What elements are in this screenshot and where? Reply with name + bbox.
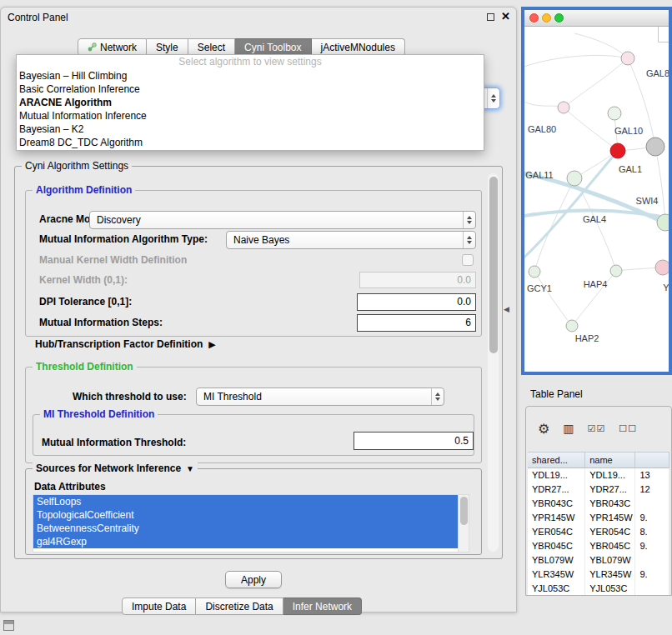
mi-algorithm-type-select[interactable]: Naive Bayes — [226, 231, 476, 249]
table-row[interactable]: YJL053CYJL053C — [528, 582, 669, 595]
table-cell: YBR043C — [528, 497, 585, 511]
hub-transcription-factor-section[interactable]: Hub/Transcription Factor Definition ▶ — [35, 338, 216, 350]
manual-kernel-width-label: Manual Kernel Width Definition — [39, 254, 187, 266]
table-row[interactable]: YER054CYER054C8. — [528, 525, 669, 539]
table-cell: YBR045C — [528, 539, 585, 553]
apply-button[interactable]: Apply — [225, 571, 282, 588]
network-node[interactable] — [646, 138, 664, 156]
table-cell: YBL079W — [585, 553, 635, 568]
panel-splitter-collapse-icon[interactable]: ◀ — [504, 305, 509, 313]
table-row[interactable]: YLR345WYLR345W9. — [528, 568, 669, 582]
network-node[interactable] — [608, 107, 621, 120]
table-toolbar: ⚙▥☑☑☐☐ — [526, 413, 671, 443]
network-node[interactable] — [655, 260, 669, 275]
mi-algorithm-type-value: Naive Bayes — [227, 234, 463, 246]
dpi-tolerance-field[interactable]: 0.0 — [357, 293, 476, 311]
table-cell: YER054C — [585, 525, 635, 539]
table-row[interactable]: YBL079WYBL079W — [528, 553, 669, 568]
data-attribute-betweennesscentrality[interactable]: BetweennessCentrality — [33, 522, 458, 535]
table-row[interactable]: YPR145WYPR145W9. — [528, 511, 669, 525]
tab-cyni-toolbox[interactable]: Cyni Toolbox — [235, 38, 311, 56]
manual-kernel-width-checkbox[interactable] — [462, 254, 474, 266]
table-cell: YLR345W — [528, 568, 585, 582]
node-label: HAP2 — [575, 333, 599, 343]
network-node[interactable] — [566, 320, 578, 332]
algorithm-option-bayesian-k2[interactable]: Bayesian – K2 — [17, 122, 484, 136]
column-header-name[interactable]: name — [585, 452, 635, 468]
column-selector-icon[interactable]: ▥ — [563, 422, 574, 435]
network-node[interactable] — [610, 143, 625, 158]
scrollbar-corner — [658, 27, 669, 42]
column-header-shared[interactable]: shared... — [528, 452, 585, 468]
table-body: YDL19...YDL19...13YDR27...YDR27...12YBR0… — [528, 468, 669, 595]
algorithm-placeholder-option[interactable]: Select algorithm to view settings — [17, 55, 484, 69]
kernel-width-field: 0.0 — [359, 272, 476, 288]
close-panel-icon[interactable]: ✕ — [501, 10, 510, 22]
mi-steps-label: Mutual Information Steps: — [39, 317, 163, 328]
collapse-right-icon[interactable]: ▶ — [208, 339, 215, 350]
algorithm-option-dream8-dc-tdc-algorithm[interactable]: Dream8 DC_TDC Algorithm — [17, 136, 484, 149]
network-edge[interactable] — [655, 147, 665, 222]
which-threshold-select[interactable]: MI Threshold — [196, 388, 444, 406]
select-all-rows-icon[interactable]: ☑☑ — [588, 423, 606, 434]
table-panel-title: Table Panel — [530, 388, 583, 400]
panel-title: Control Panel — [8, 12, 68, 23]
network-edge[interactable] — [574, 33, 628, 58]
table-cell: 12 — [635, 482, 669, 497]
algorithm-option-basic-correlation-inference[interactable]: Basic Correlation Inference — [17, 82, 484, 96]
mi-threshold-label: Mutual Information Threshold: — [42, 437, 186, 448]
data-attribute-gal4rgexp[interactable]: gal4RGexp — [33, 535, 458, 548]
table-row[interactable]: YDL19...YDL19...13 — [528, 468, 669, 482]
data-attributes-list[interactable]: SelfLoopsTopologicalCoefficientBetweenne… — [33, 494, 469, 552]
mi-threshold-field[interactable]: 0.5 — [354, 432, 474, 450]
aracne-mode-select[interactable]: Discovery — [89, 211, 476, 229]
minimize-traffic-light[interactable] — [542, 13, 551, 22]
tab-network[interactable]: Network — [78, 38, 147, 56]
tab-label: Select — [198, 42, 225, 53]
deselect-rows-icon[interactable]: ☐☐ — [619, 423, 637, 434]
network-edge[interactable] — [564, 58, 628, 108]
scrollbar-thumb[interactable] — [489, 177, 498, 353]
network-node[interactable] — [529, 266, 540, 278]
table-row[interactable]: YDR27...YDR27...12 — [528, 482, 669, 497]
network-edge[interactable] — [524, 55, 628, 68]
scrollbar-thumb[interactable] — [460, 497, 468, 525]
network-edge[interactable] — [524, 151, 618, 262]
close-traffic-light[interactable] — [529, 13, 539, 22]
table-panel-window: ⚙▥☑☑☐☐ shared...name YDL19...YDL19...13Y… — [525, 406, 672, 596]
float-panel-icon[interactable] — [487, 13, 494, 21]
data-attribute-selfloops[interactable]: SelfLoops — [33, 495, 458, 508]
network-node[interactable] — [621, 52, 634, 65]
tab-select[interactable]: Select — [188, 38, 235, 56]
table-row[interactable]: YBR043CYBR043C — [528, 497, 669, 511]
list-scrollbar[interactable] — [458, 495, 469, 552]
tab-impute-data[interactable]: Impute Data — [122, 598, 196, 615]
sources-group-title[interactable]: Sources for Network Inference ▼ — [33, 462, 198, 474]
settings-gear-icon[interactable]: ⚙ — [538, 421, 549, 437]
tab-infer-network[interactable]: Infer Network — [283, 598, 362, 615]
algorithm-option-aracne-algorithm[interactable]: ARACNE Algorithm — [17, 96, 484, 109]
network-node[interactable] — [567, 171, 582, 186]
tab-jactivemnodules[interactable]: jActiveMNodules — [312, 38, 405, 56]
tab-label: Cyni Toolbox — [244, 42, 301, 53]
algorithm-option-bayesian-hill-climbing[interactable]: Bayesian – Hill Climbing — [17, 69, 484, 82]
data-attribute-topologicalcoefficient[interactable]: TopologicalCoefficient — [33, 508, 458, 522]
node-label: Y — [663, 282, 669, 292]
mi-steps-field[interactable]: 6 — [357, 314, 476, 332]
network-edge[interactable] — [534, 272, 572, 326]
column-header-extra[interactable] — [635, 452, 669, 468]
network-window-titlebar[interactable] — [524, 10, 669, 27]
tab-style[interactable]: Style — [147, 38, 188, 56]
algorithm-option-mutual-information-inference[interactable]: Mutual Information Inference — [17, 109, 484, 122]
table-row[interactable]: YBR045CYBR045C9. — [528, 539, 669, 553]
network-graph: GAL8GAL80GAL10GAL11GAL1SWI4GAL4GCY1HAP4Y… — [524, 27, 669, 372]
network-node[interactable] — [558, 102, 569, 113]
network-canvas[interactable]: GAL8GAL80GAL10GAL11GAL1SWI4GAL4GCY1HAP4Y… — [524, 27, 669, 372]
tab-discretize-data[interactable]: Discretize Data — [196, 598, 283, 615]
table-cell: YLR345W — [585, 568, 635, 582]
zoom-traffic-light[interactable] — [554, 13, 564, 22]
network-node[interactable] — [610, 265, 622, 277]
minimized-panel-icon[interactable] — [3, 620, 14, 631]
node-label: SWI4 — [636, 196, 659, 206]
settings-scrollbar[interactable] — [488, 173, 499, 552]
